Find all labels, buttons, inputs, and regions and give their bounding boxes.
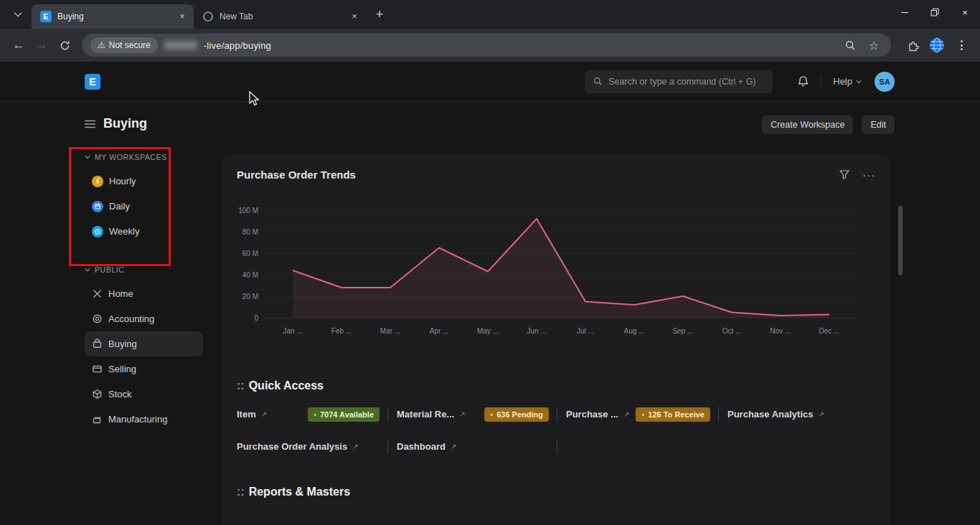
section-public: PUBLIC Home Accounting Buying Selling <box>85 265 208 432</box>
quick-access-link-material-request[interactable]: Material Re... ↗ •636 Pending <box>388 398 557 430</box>
hourly-icon <box>92 176 103 187</box>
minimize-icon <box>901 12 908 13</box>
sidebar-item-label: Weekly <box>109 226 139 237</box>
reports-masters-heading: ::Reports & Masters <box>237 486 875 498</box>
sidebar-item-stock[interactable]: Stock <box>85 382 203 407</box>
sidebar-item-selling[interactable]: Selling <box>85 356 203 382</box>
app-logo[interactable]: E <box>85 74 100 90</box>
svg-text:May ...: May ... <box>477 327 499 335</box>
forward-button[interactable]: → <box>32 35 52 55</box>
dot-icon: • <box>490 410 493 419</box>
svg-text:Mar ...: Mar ... <box>380 327 400 335</box>
section-header-public[interactable]: PUBLIC <box>85 265 208 274</box>
quick-access-link-purchase-analytics[interactable]: Purchase Analytics ↗ <box>719 398 875 430</box>
browser-menu-icon[interactable] <box>951 35 971 55</box>
hamburger-menu-icon[interactable] <box>85 120 95 128</box>
quick-access-link-item[interactable]: Item ↗ •7074 Available <box>237 398 388 430</box>
tab-buying[interactable]: E Buying × <box>32 4 194 29</box>
coin-icon <box>92 313 103 324</box>
command-search-input[interactable]: Search or type a command (Ctrl + G) <box>585 70 773 93</box>
cube-icon <box>92 389 103 399</box>
bookmark-star-icon[interactable]: ☆ <box>865 39 882 52</box>
section-label: MY WORKSPACES <box>95 153 167 161</box>
tab-new-tab[interactable]: New Tab × <box>194 4 366 29</box>
factory-icon <box>92 414 103 425</box>
notifications-button[interactable] <box>797 75 809 88</box>
sidebar-item-label: Hourly <box>109 176 136 186</box>
sidebar-item-hourly[interactable]: Hourly <box>85 169 203 194</box>
sidebar-item-manufacturing[interactable]: Manufacturing <box>85 407 203 432</box>
zoom-icon[interactable] <box>842 40 859 51</box>
sidebar-item-label: Home <box>108 288 133 299</box>
extensions-icon[interactable] <box>903 35 923 55</box>
quick-access-link-purchase-order[interactable]: Purchase ... ↗ •126 To Receive <box>557 398 719 430</box>
status-badge[interactable]: •126 To Receive <box>636 407 710 422</box>
search-placeholder: Search or type a command (Ctrl + G) <box>608 77 755 87</box>
quick-access-link-dashboard[interactable]: Dashboard ↗ <box>388 430 557 463</box>
status-badge[interactable]: •636 Pending <box>484 407 549 422</box>
edit-button[interactable]: Edit <box>862 115 895 134</box>
card-icon <box>92 364 103 374</box>
link-label[interactable]: Dashboard <box>397 441 446 452</box>
help-label: Help <box>833 76 852 87</box>
sidebar-item-home[interactable]: Home <box>85 281 203 306</box>
section-header-my-workspaces[interactable]: MY WORKSPACES <box>85 153 208 161</box>
header-divider <box>821 75 821 88</box>
funnel-glyph <box>839 170 849 179</box>
link-label[interactable]: Material Re... <box>397 409 454 420</box>
sidebar-item-daily[interactable]: Daily <box>85 194 203 219</box>
link-label[interactable]: Purchase ... <box>566 409 618 420</box>
browser-toolbar: ← → ⚠ Not secure -live/app/buying ☆ <box>0 29 980 62</box>
heading-text: Quick Access <box>249 379 324 392</box>
user-avatar[interactable]: SA <box>875 72 895 92</box>
filter-icon[interactable] <box>839 170 849 179</box>
window-controls: × <box>890 0 980 24</box>
svg-text:Nov ...: Nov ... <box>771 327 791 335</box>
link-label[interactable]: Purchase Order Analysis <box>237 441 347 452</box>
external-link-icon: ↗ <box>261 410 267 418</box>
security-chip[interactable]: ⚠ Not secure <box>90 37 158 53</box>
svg-text:60 M: 60 M <box>242 250 258 257</box>
status-badge[interactable]: •7074 Available <box>308 407 380 422</box>
sidebar-item-label: Stock <box>108 389 132 399</box>
svg-text:Jan ...: Jan ... <box>283 327 302 335</box>
section-label: PUBLIC <box>95 265 125 274</box>
svg-text:Apr ...: Apr ... <box>430 327 449 335</box>
back-button[interactable]: ← <box>9 35 29 55</box>
quick-access-link-purchase-order-analysis[interactable]: Purchase Order Analysis ↗ <box>237 430 388 463</box>
profile-avatar[interactable] <box>927 35 947 55</box>
link-label[interactable]: Purchase Analytics <box>727 409 813 420</box>
minimize-button[interactable] <box>890 0 920 24</box>
sidebar-item-accounting[interactable]: Accounting <box>85 306 203 331</box>
security-label: Not secure <box>109 40 151 50</box>
warning-icon: ⚠ <box>98 40 105 50</box>
link-label[interactable]: Item <box>237 409 256 420</box>
quick-access-grid: Item ↗ •7074 Available Material Re... ↗ … <box>237 398 875 463</box>
puzzle-glyph <box>907 39 919 52</box>
chevron-down-icon <box>14 11 22 17</box>
scrollbar-thumb[interactable] <box>898 206 903 275</box>
tab-close-icon[interactable]: × <box>176 11 188 22</box>
create-workspace-button[interactable]: Create Workspace <box>762 115 853 134</box>
page-actions: Create Workspace Edit <box>222 115 895 134</box>
tab-close-icon[interactable]: × <box>349 11 360 22</box>
svg-text:Jul ...: Jul ... <box>577 327 594 335</box>
sidebar-item-weekly[interactable]: Weekly <box>85 219 203 244</box>
section-my-workspaces: MY WORKSPACES Hourly Daily Weekly <box>85 153 208 244</box>
help-menu[interactable]: Help <box>833 76 862 87</box>
restore-icon <box>930 8 939 16</box>
purchase-order-trends-chart: 100 M80 M60 M40 M20 M0Jan ...Feb ...Mar … <box>237 202 874 339</box>
svg-text:100 M: 100 M <box>238 207 258 214</box>
tab-search-button[interactable] <box>9 5 27 24</box>
tools-icon <box>92 288 103 299</box>
new-tab-button[interactable]: + <box>370 5 389 24</box>
close-window-button[interactable]: × <box>950 0 980 24</box>
sidebar-item-buying[interactable]: Buying <box>85 331 203 356</box>
tab-title: New Tab <box>220 11 343 22</box>
sidebar-item-label: Daily <box>109 201 130 212</box>
reload-button[interactable] <box>55 35 75 55</box>
chart-menu-icon[interactable]: ··· <box>862 169 875 181</box>
restore-button[interactable] <box>920 0 950 24</box>
heading-prefix: :: <box>237 486 245 498</box>
address-bar[interactable]: ⚠ Not secure -live/app/buying ☆ <box>82 34 891 57</box>
